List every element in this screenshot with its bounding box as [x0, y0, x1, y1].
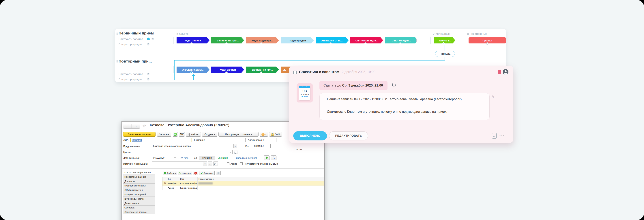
files-button[interactable]: Файлы — [186, 132, 201, 137]
sales-generator-link[interactable]: Генератор продаж — [118, 77, 142, 81]
more-options-icon[interactable]: ••• — [500, 134, 505, 138]
presentation-label: Представление: — [123, 145, 140, 148]
configure-robots-link[interactable]: Настроить роботов — [118, 37, 143, 41]
funnel-stage-chip[interactable]: Ждет записи — [176, 37, 210, 43]
assignee-avatar[interactable] — [503, 69, 508, 75]
age-link[interactable]: 24 года — [180, 157, 188, 159]
sidebar-tab-5[interactable]: CRM и маркетинг — [123, 188, 155, 192]
sidebar-tab-1[interactable]: Контактная информация — [123, 170, 155, 175]
sidebar-tab-10[interactable]: Социальные данные — [123, 210, 155, 214]
funnel-stage-chip[interactable]: Связаться адми... — [350, 37, 383, 43]
save-button[interactable]: Записать — [157, 132, 171, 137]
column-header[interactable]: Тип — [167, 177, 179, 181]
stage-connector-dot[interactable] — [364, 42, 367, 45]
contact-delete-button[interactable]: ✕ — [193, 171, 198, 175]
sidebar-tab-7[interactable]: Штрихкоды, карты — [123, 196, 155, 201]
funnel-stage-chip[interactable]: Лист ожидан...+ — [385, 37, 418, 43]
middle-name-field[interactable]: Александровна — [247, 138, 276, 142]
debt-status-link[interactable]: Задолженности нет — [236, 157, 257, 159]
emk-button[interactable]: ЭМК — [269, 132, 282, 137]
calendar-icon[interactable] — [174, 157, 176, 159]
stage-connector-dot[interactable] — [295, 42, 297, 45]
sidebar-tab-2[interactable]: Паспортные данные — [123, 175, 155, 179]
history-nav: ← → — [123, 124, 140, 129]
reminder-bell-icon[interactable] — [392, 82, 396, 87]
telephony-button[interactable]: ☎ — [179, 132, 185, 137]
table-row[interactable]: АдресЮридический адрес (ад... — [162, 186, 324, 190]
task-done-button[interactable]: ВЫПОЛНЕНО — [293, 131, 327, 140]
open-source-button[interactable] — [214, 162, 218, 166]
funnel-stage-chip[interactable]: Провал — [468, 37, 506, 43]
funnel-stage-chip[interactable]: Подтвержден — [281, 37, 314, 43]
ellipsis-button[interactable]: ... — [230, 151, 232, 153]
add-stage-icon[interactable]: + — [416, 39, 420, 43]
drag-handle-icon[interactable] — [116, 32, 118, 35]
funnel-stage-chip[interactable]: Запись у... — [434, 37, 455, 43]
contact-skype-button[interactable]: S — [216, 171, 221, 175]
column-header[interactable]: Вид — [179, 177, 198, 181]
info-dropdown-button[interactable]: i▾ — [260, 132, 268, 137]
source-field[interactable]: ▾ — [152, 162, 207, 166]
task-description-box[interactable]: Пациент записан 04.12.2025 19:00:00 к Ев… — [320, 93, 490, 120]
help-icon[interactable]: ? — [147, 43, 150, 45]
contact-add-button[interactable]: +Добавить — [163, 171, 177, 175]
contact-main-button[interactable]: ✔Основная — [199, 171, 214, 175]
chevron-down-icon[interactable]: ▾ — [234, 144, 237, 148]
call-button[interactable]: ☎ — [173, 132, 178, 137]
drag-handle-icon[interactable] — [116, 60, 118, 63]
comment-icon[interactable] — [492, 133, 497, 139]
stage-connector-dot[interactable] — [442, 42, 445, 45]
search-button[interactable] — [271, 155, 276, 160]
sidebar-tab-3[interactable]: Договоры — [123, 179, 155, 183]
help-icon[interactable]: ? — [147, 73, 150, 75]
presentation-field[interactable]: Козлова Екатерина Александровна▾ — [152, 144, 237, 148]
first-name-field[interactable]: Екатерина — [193, 138, 246, 142]
table-row[interactable]: ☎ТелефонСотовый телефон — [162, 181, 324, 186]
help-icon[interactable]: ? — [152, 38, 154, 40]
birth-date-field[interactable]: 06.11.2000 — [152, 156, 177, 160]
stage-connector-dot[interactable] — [330, 42, 332, 45]
egisz-checkbox[interactable] — [240, 162, 242, 165]
configure-robots-link[interactable]: Настроить роботов — [118, 72, 143, 76]
refresh-button[interactable]: ↻ — [264, 155, 270, 160]
divider — [122, 168, 324, 169]
help-icon[interactable]: ? — [147, 78, 150, 80]
stage-connector-dot[interactable] — [486, 42, 488, 45]
client-info-button[interactable]: Информация о клиенте▾ — [218, 132, 258, 137]
sidebar-tab-8[interactable]: Даты клиента — [123, 201, 155, 205]
contact-edit-button[interactable]: ✎Изменить — [178, 171, 192, 175]
sales-generator-link[interactable]: Генератор продаж — [118, 42, 142, 46]
chevron-down-icon[interactable]: ▾ — [203, 162, 207, 166]
task-due-selector[interactable]: Сделать доСр, 3 декабря 2025, 21:00⌄ — [320, 81, 388, 90]
funnel-stage-chip[interactable]: Записан на при... — [211, 37, 244, 43]
source-label: Источник информации: — [123, 163, 148, 165]
task-complete-checkbox[interactable] — [293, 71, 297, 74]
column-header[interactable]: Представление — [198, 177, 324, 181]
funnel-stage-chip[interactable]: Ждет подтверж... — [246, 37, 279, 43]
last-name-field[interactable]: Козлова — [130, 138, 192, 142]
funnel-stage-chip[interactable]: Отказался от пр... — [316, 37, 348, 43]
stage-label: Записан на при... — [217, 39, 238, 42]
stage-connector-dot[interactable] — [190, 42, 193, 45]
create-button[interactable]: Создать▾ — [202, 132, 217, 137]
code-field[interactable]: 00019053 — [253, 144, 270, 148]
tunnel-badge[interactable]: ТУННЕЛЬ — [435, 51, 455, 57]
forward-button[interactable]: → — [132, 124, 140, 128]
stage-connector-dot[interactable] — [260, 42, 262, 45]
edit-pencil-icon[interactable]: ✎ — [492, 95, 495, 99]
open-group-button[interactable] — [234, 150, 238, 154]
group-field[interactable]: ... — [152, 150, 232, 154]
gender-male-button[interactable]: Мужской — [199, 156, 215, 160]
back-button[interactable]: ← — [123, 124, 132, 128]
gender-female-button[interactable]: Женский — [215, 156, 231, 160]
stage-connector-dot[interactable] — [399, 42, 402, 45]
archive-checkbox[interactable] — [227, 162, 230, 165]
task-edit-button[interactable]: РЕДАКТИРОВАТЬ — [329, 131, 368, 140]
save-and-close-button[interactable]: Записать и закрыть — [123, 132, 156, 137]
source-ellipsis-button[interactable]: ... — [208, 162, 212, 166]
sidebar-tab-6[interactable]: История посещений — [123, 192, 155, 197]
stage-connector-dot[interactable] — [225, 42, 228, 45]
sidebar-tab-4[interactable]: Медицинские карты — [123, 183, 155, 188]
sidebar-tab-9[interactable]: Свойства — [123, 205, 155, 210]
favorite-star-icon[interactable]: ☆ — [142, 123, 146, 128]
